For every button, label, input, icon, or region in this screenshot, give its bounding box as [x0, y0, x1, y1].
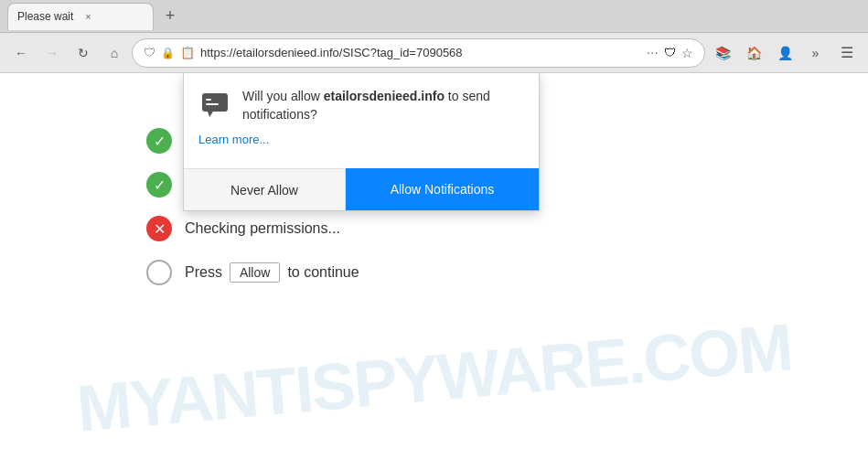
allow-inline-label: Allow: [230, 262, 280, 283]
library-button[interactable]: 📚: [709, 39, 736, 67]
tab-bar: Please wait × +: [0, 0, 868, 33]
toolbar: ← → ↻ ⌂ 🛡 🔒 📋 ··· 🛡 ☆ 📚 🏠 👤 » ☰: [0, 33, 868, 73]
lock-icon: 🔒: [161, 47, 175, 59]
learn-more-link[interactable]: Learn more...: [198, 133, 524, 146]
cross-icon-3: ✕: [146, 216, 172, 241]
allow-notifications-button[interactable]: Allow Notifications: [346, 168, 539, 210]
popup-buttons: Never Allow Allow Notifications: [184, 168, 539, 210]
empty-circle-icon: [146, 260, 172, 285]
menu-button[interactable]: ☰: [833, 39, 861, 67]
new-tab-button[interactable]: +: [157, 4, 183, 29]
url-input[interactable]: [200, 46, 641, 59]
permissions-icon: 📋: [180, 46, 195, 59]
extensions-button[interactable]: »: [802, 39, 830, 67]
watermark: MYANTISPYWARE.COM: [0, 303, 868, 453]
svg-rect-3: [206, 103, 219, 105]
home-button[interactable]: ⌂: [101, 39, 128, 67]
press-text: Press: [185, 264, 222, 281]
popup-header: Will you allow etailorsdenieed.info to s…: [198, 88, 524, 123]
shield-verify-icon: 🛡: [664, 46, 676, 59]
reload-button[interactable]: ↻: [70, 39, 97, 67]
popup-site-name: etailorsdenieed.info: [324, 89, 445, 103]
popup-message: Will you allow etailorsdenieed.info to s…: [242, 88, 524, 123]
bookmark-icon[interactable]: ☆: [681, 46, 693, 60]
sync-button[interactable]: 👤: [771, 39, 798, 67]
tab-title: Please wait: [17, 10, 73, 23]
shield-icon: 🛡: [144, 46, 155, 59]
svg-marker-1: [208, 112, 213, 117]
notification-popup: Will you allow etailorsdenieed.info to s…: [183, 73, 540, 211]
check-text-3: Checking permissions...: [185, 220, 340, 237]
press-line-container: Press Allow to continue: [146, 260, 868, 285]
page-content: Will you allow etailorsdenieed.info to s…: [0, 73, 868, 470]
svg-rect-0: [202, 93, 228, 112]
overflow-dots-icon: ···: [647, 45, 659, 61]
browser-frame: Please wait × + ← → ↻ ⌂ 🛡 🔒 📋 ··· 🛡 ☆ 📚 …: [0, 0, 868, 470]
bookmarks-toolbar-button[interactable]: 🏠: [740, 39, 767, 67]
checkmark-icon-2: ✓: [146, 172, 172, 198]
tab-close-icon[interactable]: ×: [80, 9, 95, 24]
never-allow-button[interactable]: Never Allow: [184, 168, 346, 210]
browser-tab[interactable]: Please wait ×: [7, 3, 154, 30]
press-line: Press Allow to continue: [185, 262, 359, 283]
address-bar[interactable]: 🛡 🔒 📋 ··· 🛡 ☆: [132, 38, 705, 68]
checkmark-icon-1: ✓: [146, 128, 172, 154]
chat-bubble-icon: [198, 88, 231, 121]
back-button[interactable]: ←: [7, 39, 35, 67]
svg-rect-2: [206, 99, 211, 101]
forward-button[interactable]: →: [38, 39, 66, 67]
to-continue-text: to continue: [287, 264, 359, 281]
check-item-3: ✕ Checking permissions...: [146, 216, 868, 241]
popup-text-prefix: Will you allow: [242, 89, 324, 103]
